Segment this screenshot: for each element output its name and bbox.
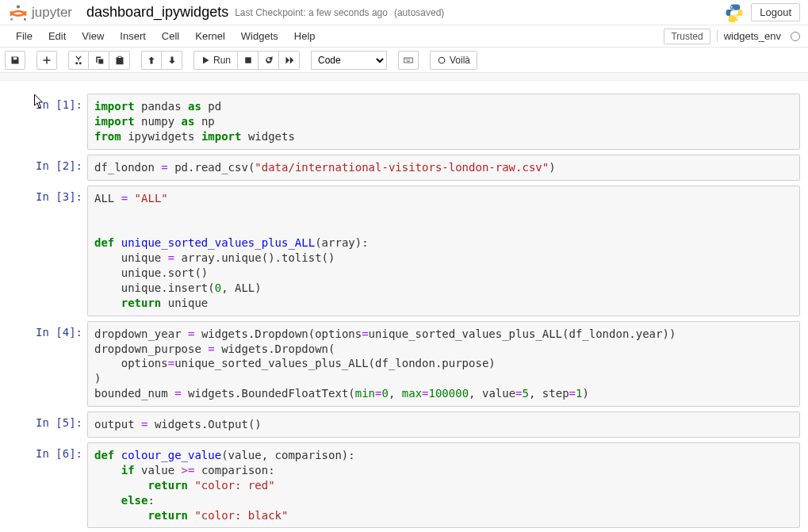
svg-rect-6 (404, 58, 413, 63)
divider (0, 73, 808, 81)
jupyter-logo[interactable]: jupyter (8, 2, 72, 23)
celltype-select[interactable]: Code (311, 51, 387, 70)
notebook-area: In [1]: import pandas as pd import numpy… (0, 81, 808, 532)
code-input[interactable]: dropdown_year = widgets.Dropdown(options… (87, 321, 800, 407)
code-cell[interactable]: In [1]: import pandas as pd import numpy… (8, 94, 800, 150)
paste-icon (115, 55, 124, 65)
svg-rect-7 (405, 59, 407, 59)
code-input[interactable]: df_london = pd.read_csv("data/internatio… (87, 155, 800, 181)
arrow-down-icon (167, 55, 177, 65)
svg-rect-10 (407, 60, 411, 61)
code-cell[interactable]: In [3]: ALL = "ALL" def unique_sorted_va… (8, 186, 800, 316)
stop-icon (243, 55, 253, 65)
svg-rect-5 (245, 57, 251, 63)
prompt: In [2]: (8, 155, 87, 181)
menubar: File Edit View Insert Cell Kernel Widget… (0, 25, 808, 48)
prompt: In [5]: (8, 411, 87, 438)
restart-run-all-button[interactable] (279, 51, 300, 70)
svg-point-3 (731, 6, 733, 7)
notebook-name[interactable]: dashboard_ipywidgets (86, 4, 228, 21)
logo-text: jupyter (32, 5, 72, 21)
prompt: In [1]: (8, 94, 87, 150)
menu-insert[interactable]: Insert (112, 26, 154, 46)
move-up-button[interactable] (141, 51, 162, 70)
svg-rect-9 (409, 59, 411, 59)
code-cell[interactable]: In [2]: df_london = pd.read_csv("data/in… (8, 155, 800, 181)
menu-kernel[interactable]: Kernel (187, 26, 233, 46)
interrupt-button[interactable] (238, 51, 258, 70)
code-cell[interactable]: In [6]: def colour_ge_value(value, compa… (8, 442, 800, 528)
save-button[interactable] (5, 51, 25, 70)
kernel-status-icon (791, 32, 800, 41)
prompt: In [3]: (8, 186, 87, 316)
jupyter-icon (8, 2, 29, 23)
play-icon (201, 55, 210, 65)
prompt: In [4]: (8, 321, 87, 407)
autosave-text: (autosaved) (394, 7, 444, 18)
paste-button[interactable] (109, 51, 130, 70)
menu-view[interactable]: View (74, 26, 112, 46)
copy-icon (94, 55, 104, 65)
header: jupyter dashboard_ipywidgets Last Checkp… (0, 0, 808, 25)
restart-icon (264, 55, 274, 65)
voila-button[interactable]: Voilà (430, 51, 477, 70)
arrow-up-icon (147, 55, 156, 65)
python-kernel-icon[interactable] (724, 2, 745, 23)
kernel-name[interactable]: widgets_env (717, 30, 781, 42)
code-input[interactable]: ALL = "ALL" def unique_sorted_values_plu… (87, 186, 800, 316)
code-input[interactable]: def colour_ge_value(value, comparison): … (87, 442, 800, 528)
svg-rect-8 (408, 59, 409, 59)
menu-file[interactable]: File (8, 26, 40, 46)
cut-button[interactable] (68, 51, 89, 70)
plus-icon (42, 55, 52, 65)
svg-point-11 (438, 57, 445, 63)
voila-icon (437, 55, 446, 65)
trusted-indicator[interactable]: Trusted (664, 29, 710, 44)
command-palette-button[interactable] (398, 51, 419, 70)
code-input[interactable]: output = widgets.Output() (87, 411, 800, 438)
prompt: In [6]: (8, 442, 87, 528)
voila-label: Voilà (450, 55, 470, 66)
run-button[interactable]: Run (193, 51, 238, 70)
copy-button[interactable] (89, 51, 109, 70)
menu-edit[interactable]: Edit (40, 26, 74, 46)
menu-cell[interactable]: Cell (154, 26, 187, 46)
code-cell[interactable]: In [5]: output = widgets.Output() (8, 411, 800, 438)
svg-point-2 (24, 18, 26, 21)
move-down-button[interactable] (162, 51, 182, 70)
menu-help[interactable]: Help (286, 26, 324, 46)
cut-icon (74, 55, 83, 65)
logout-button[interactable]: Logout (751, 3, 800, 21)
svg-point-0 (17, 5, 20, 8)
code-cell[interactable]: In [4]: dropdown_year = widgets.Dropdown… (8, 321, 800, 407)
toolbar: Run Code Voilà (0, 48, 808, 73)
restart-button[interactable] (258, 51, 279, 70)
keyboard-icon (404, 55, 413, 65)
code-input[interactable]: import pandas as pd import numpy as np f… (87, 94, 800, 150)
svg-point-1 (10, 17, 13, 20)
fast-forward-icon (285, 55, 294, 65)
run-label: Run (213, 55, 231, 66)
svg-point-4 (737, 17, 738, 19)
menu-widgets[interactable]: Widgets (233, 26, 286, 46)
checkpoint-text: Last Checkpoint: a few seconds ago (235, 7, 388, 18)
add-cell-button[interactable] (36, 51, 57, 70)
save-icon (10, 55, 20, 65)
